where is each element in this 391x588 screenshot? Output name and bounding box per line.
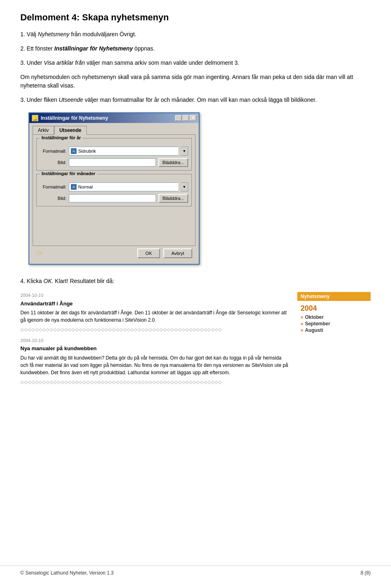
dialog-title-text: Inställningar för Nyhetsmeny xyxy=(41,115,108,121)
year-bild-label: Bild: xyxy=(40,160,66,165)
year-format-dropdown[interactable]: A Sidrubrik xyxy=(69,147,178,156)
ok-button[interactable]: OK xyxy=(137,248,160,258)
page-number: 8 (8) xyxy=(360,570,371,576)
step-1: 1. Välj Nyhetsmeny från modulväljaren Öv… xyxy=(20,30,371,39)
tab-arkiv[interactable]: Arkiv xyxy=(33,126,54,135)
maximize-button[interactable]: □ xyxy=(182,115,189,121)
tab-utseende[interactable]: Utseende xyxy=(54,126,87,135)
month-bild-input[interactable] xyxy=(69,194,156,202)
month-browse-button[interactable]: Blädddra... xyxy=(158,194,188,203)
hand-icon: ☞ xyxy=(36,248,43,258)
month-bild-row: Bild: Blädddra... xyxy=(40,194,188,203)
news2-dots: ◇◇◇◇◇◇◇◇◇◇◇◇◇◇◇◇◇◇◇◇◇◇◇◇◇◇◇◇◇◇◇◇◇◇◇◇◇◇◇◇… xyxy=(20,379,289,386)
page-content: Delmoment 4: Skapa nyhetsmenyn 1. Välj N… xyxy=(0,0,391,422)
sidebar-months: » Oktober » September » Augusti xyxy=(297,314,371,335)
year-bild-row: Bild: Blädddra... xyxy=(40,158,188,167)
step-3a: 3. Under Visa artiklar från väljer man s… xyxy=(20,59,371,67)
dialog-footer: ☞ OK Avbryt xyxy=(33,246,196,260)
result-wrapper: 2004-10-10 Användarträff i Ånge Den 11 o… xyxy=(20,292,371,389)
page-title: Delmoment 4: Skapa nyhetsmenyn xyxy=(20,12,371,23)
sidebar-month-label-augusti: Augusti xyxy=(305,327,323,333)
dialog-title-icon: 🔔 xyxy=(32,115,38,121)
month-format-label: Formatmall: xyxy=(40,184,66,189)
year-format-value: Sidrubrik xyxy=(78,149,96,154)
chevron-icon-september: » xyxy=(301,321,303,327)
news2-title: Nya manualer på kundwebben xyxy=(20,344,289,353)
news-item-2: 2004-10-10 Nya manualer på kundwebben Du… xyxy=(20,337,289,386)
month-format-icon: A xyxy=(71,184,77,190)
sidebar-month-oktober: » Oktober xyxy=(301,314,367,320)
sidebar-year: 2004 xyxy=(297,303,371,314)
step4-ok: OK xyxy=(44,278,52,284)
news2-body: Du har väl anmält dig till kundwebben? D… xyxy=(20,354,289,376)
result-main: 2004-10-10 Användarträff i Ånge Den 11 o… xyxy=(20,292,289,389)
sidebar-title: Nyhetsmeny xyxy=(297,292,371,301)
year-format-row: Formatmall: A Sidrubrik ▼ xyxy=(40,147,188,156)
group-month: Inställningar för månader Formatmall: A … xyxy=(36,174,192,206)
sidebar-month-label-oktober: Oktober xyxy=(305,314,324,320)
page-footer: © Senselogic Lathund Nyheter, Version 1.… xyxy=(0,566,391,580)
minimize-button[interactable]: _ xyxy=(175,115,182,121)
group-year: Inställningar för år Formatmall: A Sidru… xyxy=(36,138,192,171)
step-3b: Om nyhetsmodulen och nyhetsmenyn skall v… xyxy=(20,73,371,90)
news1-dots: ◇◇◇◇◇◇◇◇◇◇◇◇◇◇◇◇◇◇◇◇◇◇◇◇◇◇◇◇◇◇◇◇◇◇◇◇◇◇◇◇… xyxy=(20,326,289,333)
news1-title: Användarträff i Ånge xyxy=(20,300,289,308)
month-bild-label: Bild: xyxy=(40,196,66,201)
dialog-action-buttons: OK Avbryt xyxy=(137,248,192,258)
dialog-tabs: Arkiv Utseende xyxy=(33,125,196,134)
step-3c: 3. Under fliken Utseende väljer man form… xyxy=(20,96,371,104)
sidebar-month-augusti: » Augusti xyxy=(301,327,367,333)
sidebar-month-label-september: September xyxy=(305,321,330,327)
news1-body: Den 11 oktober är det dags för användart… xyxy=(20,309,289,324)
step2-italic-bold: Inställningar för Nyhetsmeny xyxy=(54,45,133,52)
news-item-1: 2004-10-10 Användarträff i Ånge Den 11 o… xyxy=(20,292,289,333)
copyright-text: © Senselogic Lathund Nyheter, Version 1.… xyxy=(20,570,114,576)
month-format-arrow[interactable]: ▼ xyxy=(181,182,188,191)
year-format-label: Formatmall: xyxy=(40,149,66,154)
step2-num: 2. Ett fönster xyxy=(20,45,54,52)
dialog-titlebar-left: 🔔 Inställningar för Nyhetsmeny xyxy=(32,115,108,121)
step3-visa: Visa artiklar från xyxy=(44,59,85,66)
year-format-icon: A xyxy=(71,148,77,154)
news1-date: 2004-10-10 xyxy=(20,292,289,299)
close-button[interactable]: ✕ xyxy=(190,115,196,121)
year-format-arrow[interactable]: ▼ xyxy=(181,147,188,156)
year-browse-button[interactable]: Blädddra... xyxy=(158,158,188,167)
group-year-title: Inställningar för år xyxy=(40,135,83,140)
step-2: 2. Ett fönster Inställningar för Nyhetsm… xyxy=(20,44,371,53)
result-sidebar: Nyhetsmeny 2004 » Oktober » September » … xyxy=(297,292,371,389)
month-format-row: Formatmall: A Normal ▼ xyxy=(40,182,188,191)
month-format-dropdown[interactable]: A Normal xyxy=(69,182,178,191)
dialog-titlebar: 🔔 Inställningar för Nyhetsmeny _ □ ✕ xyxy=(29,113,199,123)
month-format-value: Normal xyxy=(78,184,92,189)
sidebar-month-september: » September xyxy=(301,321,367,327)
dialog-wrapper: 🔔 Inställningar för Nyhetsmeny _ □ ✕ Ark… xyxy=(29,112,371,265)
chevron-icon-augusti: » xyxy=(301,327,303,333)
step4: 4. Klicka OK. Klart! Resultatet blir då: xyxy=(20,277,371,285)
dialog-spacer xyxy=(36,210,192,242)
group-month-title: Inställningar för månader xyxy=(40,171,97,176)
dialog-body: Arkiv Utseende Inställningar för år Form… xyxy=(29,123,199,264)
year-bild-input[interactable] xyxy=(69,158,156,167)
dialog-window: 🔔 Inställningar för Nyhetsmeny _ □ ✕ Ark… xyxy=(29,112,200,265)
step1-italic: Nyhetsmeny xyxy=(38,31,70,37)
news2-date: 2004-10-10 xyxy=(20,337,289,344)
step3-utseende: Utseende xyxy=(59,97,83,103)
cancel-button[interactable]: Avbryt xyxy=(163,248,192,258)
chevron-icon-oktober: » xyxy=(301,314,303,320)
step1-num: 1. Välj xyxy=(20,31,38,37)
dialog-controls[interactable]: _ □ ✕ xyxy=(175,115,196,121)
dialog-tab-content: Inställningar för år Formatmall: A Sidru… xyxy=(33,134,196,246)
